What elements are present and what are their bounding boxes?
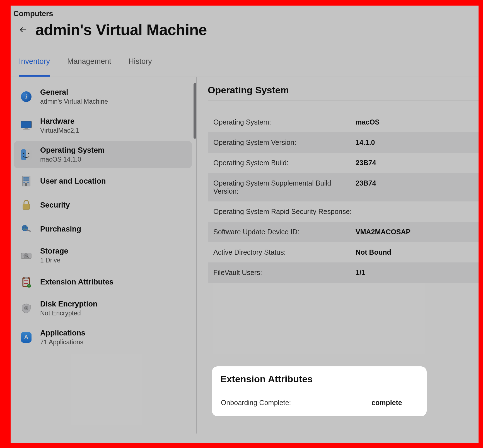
detail-label: Operating System: [213, 118, 356, 126]
breadcrumb[interactable]: Computers [11, 6, 479, 18]
detail-value: Not Bound [356, 248, 391, 256]
lock-icon [20, 199, 32, 211]
detail-row: Operating System Supplemental Build Vers… [208, 173, 479, 201]
detail-value: 1/1 [356, 269, 365, 277]
title-row: admin's Virtual Machine [11, 18, 479, 46]
detail-label: Operating System Supplemental Build Vers… [213, 179, 356, 195]
sidebar-item-sub: macOS 14.1.0 [40, 156, 105, 163]
sidebar-item-storage[interactable]: Storage 1 Drive [14, 242, 192, 269]
highlight-value: complete [371, 399, 402, 407]
sidebar-item-sub: 1 Drive [40, 257, 68, 264]
svg-rect-11 [27, 177, 29, 179]
svg-rect-27 [25, 277, 28, 279]
detail-value: VMA2MACOSAP [356, 228, 410, 236]
detail-row: Operating System: macOS [208, 112, 479, 132]
sidebar-item-label: Disk Encryption [40, 300, 98, 308]
svg-point-33 [26, 308, 27, 309]
sidebar-item-disk-encryption[interactable]: Disk Encryption Not Encrypted [14, 295, 192, 322]
highlight-title: Extension Attributes [220, 374, 418, 389]
building-icon [20, 175, 32, 187]
vault-icon [20, 302, 32, 315]
sidebar-item-label: Hardware [40, 117, 79, 126]
sidebar-item-operating-system[interactable]: Operating System macOS 14.1.0 [14, 141, 192, 168]
svg-rect-5 [21, 149, 26, 160]
detail-label: Operating System Build: [213, 159, 356, 167]
svg-rect-14 [27, 179, 29, 181]
svg-rect-13 [25, 179, 27, 181]
detail-value: 23B74 [356, 179, 376, 187]
detail-label: Active Directory Status: [213, 248, 356, 256]
sidebar: i General admin's Virtual Machine Hardwa… [11, 77, 196, 434]
svg-rect-15 [23, 182, 25, 183]
svg-rect-9 [23, 177, 25, 179]
detail-value: 23B74 [356, 159, 376, 167]
sidebar-item-security[interactable]: Security [14, 194, 192, 216]
sidebar-item-sub: 71 Applications [40, 339, 85, 346]
sidebar-item-hardware[interactable]: Hardware VirtualMac2,1 [14, 112, 192, 139]
extension-attributes-card: Extension Attributes Onboarding Complete… [212, 366, 427, 416]
svg-rect-10 [25, 177, 27, 179]
tabs: Inventory Management History [11, 46, 479, 77]
svg-rect-16 [27, 182, 29, 183]
detail-row: Operating System Build: 23B74 [208, 153, 479, 173]
tab-inventory[interactable]: Inventory [19, 46, 50, 77]
scrollbar[interactable] [194, 83, 196, 139]
globe-wrench-icon [20, 223, 32, 235]
svg-rect-1 [21, 121, 32, 128]
detail-row: Operating System Version: 14.1.0 [208, 132, 479, 153]
svg-rect-2 [25, 128, 28, 129]
svg-point-7 [28, 153, 30, 154]
detail-row: Operating System Rapid Security Response… [208, 201, 479, 222]
finder-icon [20, 148, 32, 161]
svg-rect-18 [23, 204, 30, 210]
detail-label: Operating System Rapid Security Response… [213, 208, 356, 216]
sidebar-item-sub: VirtualMac2,1 [40, 127, 79, 134]
tab-history[interactable]: History [129, 46, 152, 77]
sidebar-item-label: Operating System [40, 146, 105, 155]
back-button[interactable] [18, 24, 29, 35]
sidebar-item-label: Security [40, 201, 70, 210]
detail-row: Software Update Device ID: VMA2MACOSAP [208, 222, 479, 242]
sidebar-item-label: General [40, 88, 108, 97]
tab-management[interactable]: Management [67, 46, 111, 77]
sidebar-item-purchasing[interactable]: Purchasing [14, 218, 192, 240]
hdd-icon [20, 249, 32, 262]
sidebar-item-extension-attributes[interactable]: Extension Attributes [14, 271, 192, 293]
highlight-row: Onboarding Complete: complete [220, 399, 418, 407]
sidebar-item-label: Extension Attributes [40, 278, 113, 286]
svg-point-6 [23, 153, 25, 154]
sidebar-item-user-location[interactable]: User and Location [14, 170, 192, 192]
svg-point-23 [25, 255, 26, 256]
app-icon: A [20, 331, 32, 344]
clipboard-icon [20, 276, 32, 288]
monitor-icon [20, 120, 32, 132]
detail-label: FileVault Users: [213, 269, 356, 277]
detail-row: FileVault Users: 1/1 [208, 262, 479, 283]
sidebar-item-sub: Not Encrypted [40, 310, 98, 317]
page-title: admin's Virtual Machine [35, 21, 207, 39]
highlight-label: Onboarding Complete: [221, 399, 371, 407]
detail-label: Operating System Version: [213, 138, 356, 147]
sidebar-item-sub: admin's Virtual Machine [40, 98, 108, 105]
svg-rect-17 [25, 183, 27, 186]
sidebar-item-applications[interactable]: A Applications 71 Applications [14, 324, 192, 351]
arrow-left-icon [19, 26, 27, 34]
detail-value: macOS [356, 118, 380, 126]
detail-label: Software Update Device ID: [213, 228, 356, 236]
svg-rect-3 [23, 129, 30, 130]
info-icon: i [20, 91, 32, 103]
sidebar-item-label: Applications [40, 329, 85, 337]
sidebar-item-label: User and Location [40, 177, 106, 186]
section-title: Operating System [208, 85, 479, 101]
svg-rect-12 [23, 179, 25, 181]
detail-value: 14.1.0 [356, 138, 375, 147]
sidebar-item-label: Storage [40, 247, 68, 255]
sidebar-item-general[interactable]: i General admin's Virtual Machine [14, 83, 192, 110]
detail-row: Active Directory Status: Not Bound [208, 242, 479, 262]
sidebar-item-label: Purchasing [40, 225, 81, 233]
